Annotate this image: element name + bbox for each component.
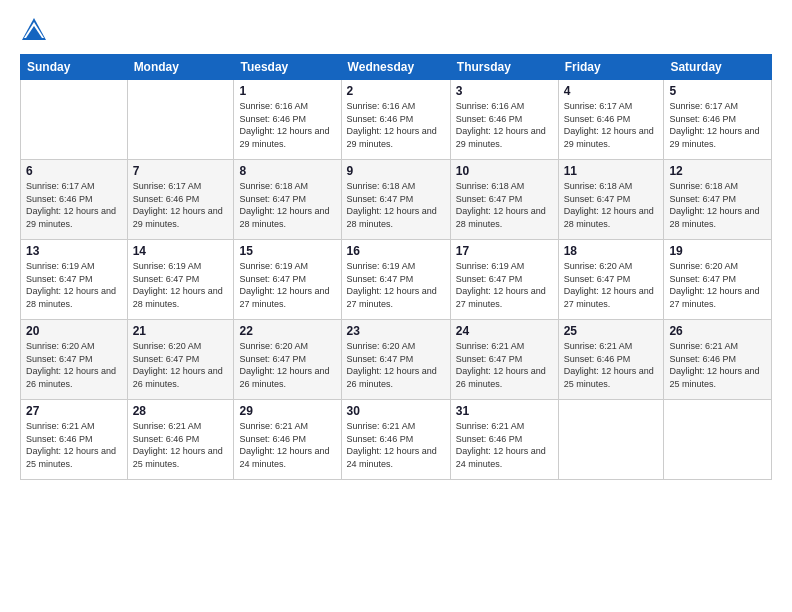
calendar-cell: 11Sunrise: 6:18 AM Sunset: 6:47 PM Dayli… — [558, 160, 664, 240]
day-number: 10 — [456, 164, 553, 178]
calendar-cell: 14Sunrise: 6:19 AM Sunset: 6:47 PM Dayli… — [127, 240, 234, 320]
calendar-cell: 27Sunrise: 6:21 AM Sunset: 6:46 PM Dayli… — [21, 400, 128, 480]
day-info: Sunrise: 6:21 AM Sunset: 6:46 PM Dayligh… — [133, 420, 229, 470]
day-number: 23 — [347, 324, 445, 338]
day-info: Sunrise: 6:16 AM Sunset: 6:46 PM Dayligh… — [239, 100, 335, 150]
calendar-cell: 16Sunrise: 6:19 AM Sunset: 6:47 PM Dayli… — [341, 240, 450, 320]
day-info: Sunrise: 6:18 AM Sunset: 6:47 PM Dayligh… — [564, 180, 659, 230]
day-info: Sunrise: 6:16 AM Sunset: 6:46 PM Dayligh… — [456, 100, 553, 150]
calendar-cell: 7Sunrise: 6:17 AM Sunset: 6:46 PM Daylig… — [127, 160, 234, 240]
calendar-cell: 2Sunrise: 6:16 AM Sunset: 6:46 PM Daylig… — [341, 80, 450, 160]
day-info: Sunrise: 6:17 AM Sunset: 6:46 PM Dayligh… — [133, 180, 229, 230]
day-info: Sunrise: 6:20 AM Sunset: 6:47 PM Dayligh… — [26, 340, 122, 390]
day-number: 13 — [26, 244, 122, 258]
calendar-week-row: 20Sunrise: 6:20 AM Sunset: 6:47 PM Dayli… — [21, 320, 772, 400]
calendar-cell: 6Sunrise: 6:17 AM Sunset: 6:46 PM Daylig… — [21, 160, 128, 240]
day-info: Sunrise: 6:21 AM Sunset: 6:46 PM Dayligh… — [239, 420, 335, 470]
day-info: Sunrise: 6:18 AM Sunset: 6:47 PM Dayligh… — [456, 180, 553, 230]
weekday-header-wednesday: Wednesday — [341, 55, 450, 80]
weekday-header-saturday: Saturday — [664, 55, 772, 80]
day-number: 25 — [564, 324, 659, 338]
calendar-table: SundayMondayTuesdayWednesdayThursdayFrid… — [20, 54, 772, 480]
day-info: Sunrise: 6:18 AM Sunset: 6:47 PM Dayligh… — [239, 180, 335, 230]
day-info: Sunrise: 6:19 AM Sunset: 6:47 PM Dayligh… — [26, 260, 122, 310]
day-info: Sunrise: 6:19 AM Sunset: 6:47 PM Dayligh… — [456, 260, 553, 310]
weekday-header-thursday: Thursday — [450, 55, 558, 80]
day-number: 9 — [347, 164, 445, 178]
calendar-week-row: 13Sunrise: 6:19 AM Sunset: 6:47 PM Dayli… — [21, 240, 772, 320]
calendar-week-row: 1Sunrise: 6:16 AM Sunset: 6:46 PM Daylig… — [21, 80, 772, 160]
calendar-cell — [664, 400, 772, 480]
weekday-header-sunday: Sunday — [21, 55, 128, 80]
logo-icon — [20, 16, 48, 44]
day-info: Sunrise: 6:20 AM Sunset: 6:47 PM Dayligh… — [347, 340, 445, 390]
calendar-cell: 13Sunrise: 6:19 AM Sunset: 6:47 PM Dayli… — [21, 240, 128, 320]
day-number: 6 — [26, 164, 122, 178]
day-number: 19 — [669, 244, 766, 258]
calendar-cell: 10Sunrise: 6:18 AM Sunset: 6:47 PM Dayli… — [450, 160, 558, 240]
day-number: 2 — [347, 84, 445, 98]
calendar-cell: 4Sunrise: 6:17 AM Sunset: 6:46 PM Daylig… — [558, 80, 664, 160]
day-number: 8 — [239, 164, 335, 178]
day-number: 15 — [239, 244, 335, 258]
calendar-cell: 22Sunrise: 6:20 AM Sunset: 6:47 PM Dayli… — [234, 320, 341, 400]
calendar-cell: 15Sunrise: 6:19 AM Sunset: 6:47 PM Dayli… — [234, 240, 341, 320]
calendar-cell: 31Sunrise: 6:21 AM Sunset: 6:46 PM Dayli… — [450, 400, 558, 480]
day-number: 18 — [564, 244, 659, 258]
page: SundayMondayTuesdayWednesdayThursdayFrid… — [0, 0, 792, 612]
day-number: 7 — [133, 164, 229, 178]
calendar-cell: 5Sunrise: 6:17 AM Sunset: 6:46 PM Daylig… — [664, 80, 772, 160]
day-number: 29 — [239, 404, 335, 418]
calendar-cell: 28Sunrise: 6:21 AM Sunset: 6:46 PM Dayli… — [127, 400, 234, 480]
calendar-cell: 26Sunrise: 6:21 AM Sunset: 6:46 PM Dayli… — [664, 320, 772, 400]
calendar-cell: 30Sunrise: 6:21 AM Sunset: 6:46 PM Dayli… — [341, 400, 450, 480]
day-info: Sunrise: 6:18 AM Sunset: 6:47 PM Dayligh… — [669, 180, 766, 230]
calendar-cell: 1Sunrise: 6:16 AM Sunset: 6:46 PM Daylig… — [234, 80, 341, 160]
day-info: Sunrise: 6:20 AM Sunset: 6:47 PM Dayligh… — [133, 340, 229, 390]
day-info: Sunrise: 6:19 AM Sunset: 6:47 PM Dayligh… — [347, 260, 445, 310]
logo — [20, 16, 52, 44]
day-number: 28 — [133, 404, 229, 418]
day-number: 27 — [26, 404, 122, 418]
day-info: Sunrise: 6:21 AM Sunset: 6:46 PM Dayligh… — [456, 420, 553, 470]
calendar-week-row: 6Sunrise: 6:17 AM Sunset: 6:46 PM Daylig… — [21, 160, 772, 240]
day-info: Sunrise: 6:21 AM Sunset: 6:46 PM Dayligh… — [347, 420, 445, 470]
day-info: Sunrise: 6:16 AM Sunset: 6:46 PM Dayligh… — [347, 100, 445, 150]
day-info: Sunrise: 6:20 AM Sunset: 6:47 PM Dayligh… — [239, 340, 335, 390]
day-number: 14 — [133, 244, 229, 258]
day-info: Sunrise: 6:17 AM Sunset: 6:46 PM Dayligh… — [669, 100, 766, 150]
day-info: Sunrise: 6:19 AM Sunset: 6:47 PM Dayligh… — [133, 260, 229, 310]
day-number: 30 — [347, 404, 445, 418]
weekday-header-friday: Friday — [558, 55, 664, 80]
calendar-cell: 24Sunrise: 6:21 AM Sunset: 6:47 PM Dayli… — [450, 320, 558, 400]
day-info: Sunrise: 6:21 AM Sunset: 6:46 PM Dayligh… — [564, 340, 659, 390]
day-number: 20 — [26, 324, 122, 338]
calendar-cell — [21, 80, 128, 160]
calendar-cell: 12Sunrise: 6:18 AM Sunset: 6:47 PM Dayli… — [664, 160, 772, 240]
day-number: 3 — [456, 84, 553, 98]
day-info: Sunrise: 6:20 AM Sunset: 6:47 PM Dayligh… — [669, 260, 766, 310]
calendar-cell: 25Sunrise: 6:21 AM Sunset: 6:46 PM Dayli… — [558, 320, 664, 400]
header — [20, 16, 772, 44]
calendar-cell: 29Sunrise: 6:21 AM Sunset: 6:46 PM Dayli… — [234, 400, 341, 480]
weekday-header-tuesday: Tuesday — [234, 55, 341, 80]
day-number: 17 — [456, 244, 553, 258]
day-number: 24 — [456, 324, 553, 338]
calendar-cell: 23Sunrise: 6:20 AM Sunset: 6:47 PM Dayli… — [341, 320, 450, 400]
day-number: 1 — [239, 84, 335, 98]
calendar-cell: 19Sunrise: 6:20 AM Sunset: 6:47 PM Dayli… — [664, 240, 772, 320]
day-info: Sunrise: 6:21 AM Sunset: 6:46 PM Dayligh… — [26, 420, 122, 470]
day-info: Sunrise: 6:17 AM Sunset: 6:46 PM Dayligh… — [564, 100, 659, 150]
day-number: 5 — [669, 84, 766, 98]
day-number: 4 — [564, 84, 659, 98]
day-number: 16 — [347, 244, 445, 258]
day-info: Sunrise: 6:19 AM Sunset: 6:47 PM Dayligh… — [239, 260, 335, 310]
calendar-cell — [558, 400, 664, 480]
calendar-cell: 3Sunrise: 6:16 AM Sunset: 6:46 PM Daylig… — [450, 80, 558, 160]
weekday-header-monday: Monday — [127, 55, 234, 80]
calendar-cell: 18Sunrise: 6:20 AM Sunset: 6:47 PM Dayli… — [558, 240, 664, 320]
day-info: Sunrise: 6:18 AM Sunset: 6:47 PM Dayligh… — [347, 180, 445, 230]
day-info: Sunrise: 6:21 AM Sunset: 6:46 PM Dayligh… — [669, 340, 766, 390]
calendar-cell: 20Sunrise: 6:20 AM Sunset: 6:47 PM Dayli… — [21, 320, 128, 400]
weekday-header-row: SundayMondayTuesdayWednesdayThursdayFrid… — [21, 55, 772, 80]
